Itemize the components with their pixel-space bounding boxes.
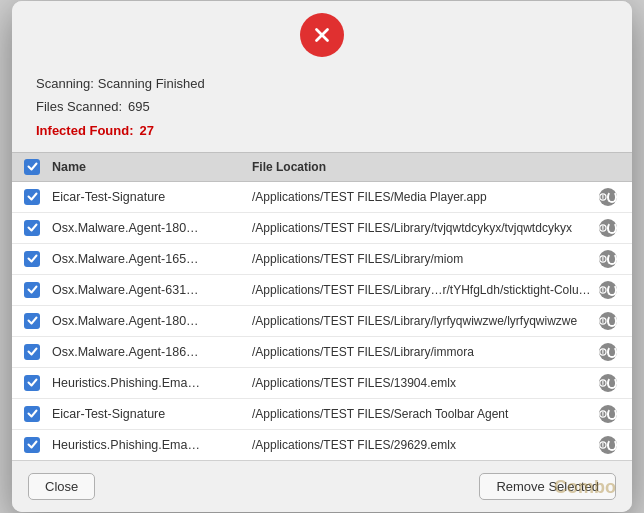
dialog-footer: Close Remove Selected	[12, 460, 632, 512]
row-action-icon[interactable]	[599, 343, 617, 361]
row-action-col[interactable]	[596, 405, 620, 423]
row-checkbox-col	[24, 220, 52, 236]
row-location: /Applications/TEST FILES/Library/lyrfyqw…	[252, 314, 596, 328]
row-action-icon[interactable]	[599, 436, 617, 454]
row-location: /Applications/TEST FILES/Library/miom	[252, 252, 596, 266]
row-action-icon[interactable]	[599, 312, 617, 330]
row-checkbox-col	[24, 406, 52, 422]
row-action-icon[interactable]	[599, 374, 617, 392]
row-name: Osx.Malware.Agent-631…	[52, 283, 252, 297]
row-checkbox-col	[24, 313, 52, 329]
row-location: /Applications/TEST FILES/Serach Toolbar …	[252, 407, 596, 421]
row-action-icon[interactable]	[599, 281, 617, 299]
row-name: Osx.Malware.Agent-180…	[52, 314, 252, 328]
row-checkbox-7[interactable]	[24, 406, 40, 422]
files-scanned-label: Files Scanned:	[36, 95, 122, 118]
row-action-col[interactable]	[596, 374, 620, 392]
row-name: Osx.Malware.Agent-165…	[52, 252, 252, 266]
remove-selected-button[interactable]: Remove Selected	[479, 473, 616, 500]
row-checkbox-6[interactable]	[24, 375, 40, 391]
row-location: /Applications/TEST FILES/Library/tvjqwtd…	[252, 221, 596, 235]
scan-info: Scanning: Scanning Finished Files Scanne…	[36, 73, 608, 142]
row-checkbox-col	[24, 375, 52, 391]
row-action-icon[interactable]	[599, 188, 617, 206]
row-location: /Applications/TEST FILES/Library/immora	[252, 345, 596, 359]
row-action-col[interactable]	[596, 250, 620, 268]
infected-found-value: 27	[140, 119, 154, 142]
svg-point-28	[602, 446, 603, 447]
row-name: Osx.Malware.Agent-180…	[52, 221, 252, 235]
row-action-col[interactable]	[596, 281, 620, 299]
row-name: Osx.Malware.Agent-186…	[52, 345, 252, 359]
col-location-header: File Location	[252, 160, 620, 174]
row-action-col[interactable]	[596, 312, 620, 330]
svg-point-4	[602, 198, 603, 199]
table-row: Osx.Malware.Agent-631… /Applications/TES…	[12, 275, 632, 306]
row-checkbox-col	[24, 344, 52, 360]
row-checkbox-4[interactable]	[24, 313, 40, 329]
row-name: Heuristics.Phishing.Ema…	[52, 438, 252, 452]
row-action-col[interactable]	[596, 219, 620, 237]
row-action-icon[interactable]	[599, 219, 617, 237]
row-checkbox-0[interactable]	[24, 189, 40, 205]
row-action-icon[interactable]	[599, 405, 617, 423]
svg-point-13	[602, 291, 603, 292]
col-name-header: Name	[52, 160, 252, 174]
row-action-col[interactable]	[596, 343, 620, 361]
table-row: Eicar-Test-Signature /Applications/TEST …	[12, 182, 632, 213]
close-button[interactable]: Close	[28, 473, 95, 500]
row-checkbox-col	[24, 189, 52, 205]
table-header: Name File Location	[12, 152, 632, 182]
svg-point-16	[602, 322, 603, 323]
row-checkbox-5[interactable]	[24, 344, 40, 360]
svg-point-10	[602, 260, 603, 261]
cancel-button[interactable]	[300, 13, 344, 57]
row-action-col[interactable]	[596, 188, 620, 206]
row-location: /Applications/TEST FILES/13904.emlx	[252, 376, 596, 390]
table-row: Heuristics.Phishing.Ema… /Applications/T…	[12, 368, 632, 399]
table-row: Heuristics.Phishing.Ema… /Applications/T…	[12, 430, 632, 460]
scanning-value: Scanning Finished	[98, 73, 205, 95]
row-location: /Applications/TEST FILES/Media Player.ap…	[252, 190, 596, 204]
table-row: Eicar-Test-Signature /Applications/TEST …	[12, 399, 632, 430]
row-checkbox-col	[24, 437, 52, 453]
row-action-col[interactable]	[596, 436, 620, 454]
row-name: Heuristics.Phishing.Ema…	[52, 376, 252, 390]
row-location: /Applications/TEST FILES/Library…r/tYHfg…	[252, 283, 596, 297]
row-checkbox-col	[24, 251, 52, 267]
row-action-icon[interactable]	[599, 250, 617, 268]
row-checkbox-8[interactable]	[24, 437, 40, 453]
dialog-header: Scanning: Scanning Finished Files Scanne…	[12, 1, 632, 152]
svg-point-7	[602, 229, 603, 230]
svg-point-19	[602, 353, 603, 354]
svg-point-22	[602, 384, 603, 385]
row-checkbox-3[interactable]	[24, 282, 40, 298]
files-scanned-value: 695	[128, 95, 150, 118]
table-row: Osx.Malware.Agent-180… /Applications/TES…	[12, 213, 632, 244]
row-location: /Applications/TEST FILES/29629.emlx	[252, 438, 596, 452]
scan-results-dialog: Scanning: Scanning Finished Files Scanne…	[12, 1, 632, 512]
select-all-checkbox[interactable]	[24, 159, 40, 175]
infected-found-label: Infected Found:	[36, 119, 134, 142]
row-name: Eicar-Test-Signature	[52, 407, 252, 421]
row-name: Eicar-Test-Signature	[52, 190, 252, 204]
table-row: Osx.Malware.Agent-180… /Applications/TES…	[12, 306, 632, 337]
table-row: Osx.Malware.Agent-186… /Applications/TES…	[12, 337, 632, 368]
row-checkbox-col	[24, 282, 52, 298]
row-checkbox-1[interactable]	[24, 220, 40, 236]
row-checkbox-2[interactable]	[24, 251, 40, 267]
results-table: Eicar-Test-Signature /Applications/TEST …	[12, 182, 632, 460]
scanning-label: Scanning:	[36, 73, 94, 95]
header-checkbox-col	[24, 159, 52, 175]
svg-point-25	[602, 415, 603, 416]
table-row: Osx.Malware.Agent-165… /Applications/TES…	[12, 244, 632, 275]
